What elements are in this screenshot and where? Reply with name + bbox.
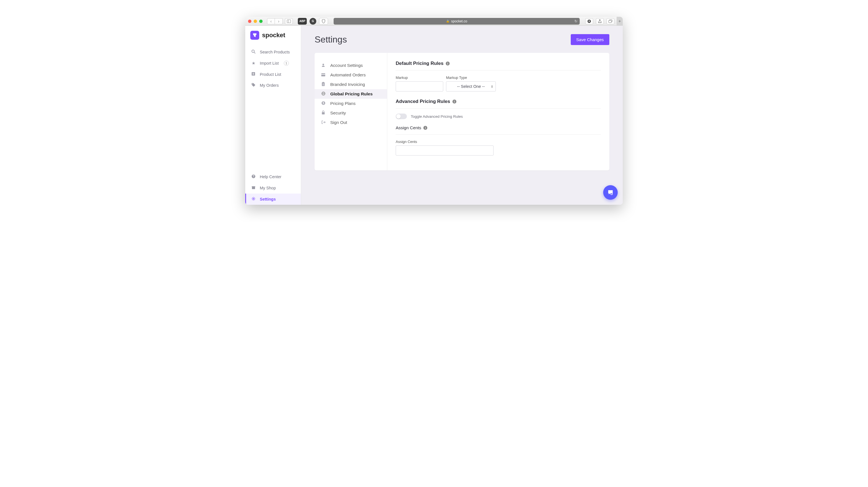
markup-row: Markup Markup Type -- Select One -- ▴▾ [396, 75, 601, 91]
back-button[interactable]: ‹ [267, 18, 275, 24]
dollar-icon: $ [321, 101, 326, 106]
svg-point-15 [322, 63, 324, 65]
advanced-pricing-rules-heading: Advanced Pricing Rules i [396, 99, 601, 109]
markup-type-select[interactable]: -- Select One -- ▴▾ [446, 82, 496, 91]
count-badge: 1 [284, 61, 289, 66]
info-icon[interactable]: i [453, 99, 456, 103]
abp-extension-icon[interactable]: ABP [298, 18, 307, 25]
share-button[interactable] [596, 18, 604, 24]
markup-input[interactable] [396, 82, 443, 91]
globe-icon [321, 91, 326, 96]
markup-label: Markup [396, 75, 443, 80]
settings-nav-branded-invoicing[interactable]: Branded Invoicing [315, 80, 387, 89]
assign-cents-input[interactable] [396, 146, 494, 155]
page-title: Settings [315, 34, 347, 45]
tag-icon [251, 83, 256, 88]
right-toolbar [585, 18, 614, 24]
logo-text: spocket [262, 32, 285, 39]
sidebar-item-search-products[interactable]: Search Products [245, 47, 301, 58]
logo[interactable]: spocket [245, 30, 301, 47]
user-icon [321, 63, 326, 68]
reload-icon[interactable]: ↻ [575, 19, 578, 23]
sidebar-nav-bottom: ? Help Center My Shop Settings [245, 171, 301, 205]
sidebar-item-product-list[interactable]: Product List [245, 69, 301, 80]
assign-cents-label: Assign Cents [396, 140, 601, 144]
advanced-rules-toggle[interactable] [396, 114, 407, 119]
grammarly-extension-icon[interactable]: G [310, 18, 316, 25]
sign-out-icon [321, 120, 326, 125]
toggle-label: Toggle Advanced Pricing Rules [411, 114, 463, 119]
info-icon[interactable]: i [446, 62, 450, 65]
svg-point-30 [611, 193, 612, 195]
minimize-window-button[interactable] [254, 20, 257, 23]
nav-history: ‹ › [267, 18, 283, 24]
sidebar-toggle-button[interactable] [285, 18, 293, 24]
settings-nav-security[interactable]: Security [315, 108, 387, 118]
sidebar-item-label: Help Center [260, 175, 281, 179]
svg-rect-19 [323, 82, 324, 83]
chat-fab-button[interactable] [603, 185, 618, 200]
shop-icon [251, 185, 256, 190]
lock-icon [321, 111, 326, 116]
svg-rect-28 [322, 112, 325, 114]
shield-extension-icon[interactable] [319, 18, 328, 25]
markup-type-group: Markup Type -- Select One -- ▴▾ [446, 75, 496, 91]
browser-window: ‹ › ABP G 🔒 spocket.co ↻ [245, 17, 623, 205]
help-icon: ? [251, 174, 256, 179]
sidebar-item-help-center[interactable]: ? Help Center [245, 171, 301, 182]
sidebar-item-label: Product List [260, 72, 281, 77]
advanced-toggle-row: Toggle Advanced Pricing Rules [396, 114, 601, 119]
svg-rect-17 [321, 74, 325, 75]
logo-mark-icon [250, 31, 259, 40]
settings-nav-label: Account Settings [330, 63, 363, 68]
markup-type-label: Markup Type [446, 75, 496, 80]
settings-nav-sign-out[interactable]: Sign Out [315, 118, 387, 127]
settings-nav-global-pricing[interactable]: Global Pricing Rules [315, 89, 387, 99]
list-icon [251, 72, 256, 77]
settings-panel: Account Settings Automated Orders Brande… [315, 53, 609, 170]
save-changes-button[interactable]: Save Changes [571, 34, 609, 45]
tabs-button[interactable] [607, 18, 614, 24]
extension-group: ABP G [298, 18, 328, 25]
main-content: Settings Save Changes Account Settings [301, 26, 623, 205]
settings-nav-automated-orders[interactable]: Automated Orders [315, 70, 387, 80]
svg-text:$: $ [322, 101, 324, 104]
svg-point-5 [252, 50, 254, 53]
sidebar-item-import-list[interactable]: ★ Import List 1 [245, 58, 301, 69]
address-bar[interactable]: 🔒 spocket.co ↻ [334, 18, 580, 25]
close-window-button[interactable] [248, 20, 251, 23]
sidebar-item-label: Settings [260, 197, 276, 202]
page-header: Settings Save Changes [315, 34, 609, 45]
sidebar-item-label: Search Products [260, 50, 290, 54]
star-icon: ★ [251, 61, 256, 66]
sidebar-item-label: My Orders [260, 83, 279, 88]
sidebar-item-settings[interactable]: Settings [245, 193, 301, 205]
lock-icon: 🔒 [446, 20, 450, 23]
window-controls [248, 20, 262, 23]
svg-text:?: ? [252, 175, 254, 178]
settings-nav-label: Branded Invoicing [330, 82, 365, 87]
app-body: spocket Search Products ★ Import List 1 [245, 26, 623, 205]
card-icon [321, 73, 326, 77]
sidebar-item-label: Import List [260, 61, 279, 65]
settings-nav-account[interactable]: Account Settings [315, 61, 387, 70]
svg-line-6 [254, 52, 255, 54]
sidebar-nav-top: Search Products ★ Import List 1 Product … [245, 47, 301, 91]
browser-chrome: ‹ › ABP G 🔒 spocket.co ↻ [245, 17, 623, 26]
settings-content: Default Pricing Rules i Markup Markup Ty… [387, 53, 609, 170]
downloads-button[interactable] [585, 18, 593, 24]
new-tab-button[interactable]: + [617, 17, 623, 26]
sidebar-item-my-shop[interactable]: My Shop [245, 182, 301, 193]
default-pricing-rules-heading: Default Pricing Rules i [396, 61, 601, 70]
settings-nav-label: Sign Out [330, 120, 347, 125]
settings-nav-label: Pricing Plans [330, 101, 355, 106]
svg-rect-4 [609, 21, 612, 23]
maximize-window-button[interactable] [259, 20, 262, 23]
sidebar-item-my-orders[interactable]: My Orders [245, 80, 301, 91]
svg-point-11 [252, 84, 252, 84]
chevron-updown-icon: ▴▾ [491, 85, 493, 88]
settings-nav-pricing-plans[interactable]: $ Pricing Plans [315, 99, 387, 108]
gear-icon [251, 196, 256, 202]
info-icon[interactable]: i [423, 126, 427, 130]
forward-button[interactable]: › [275, 18, 283, 24]
